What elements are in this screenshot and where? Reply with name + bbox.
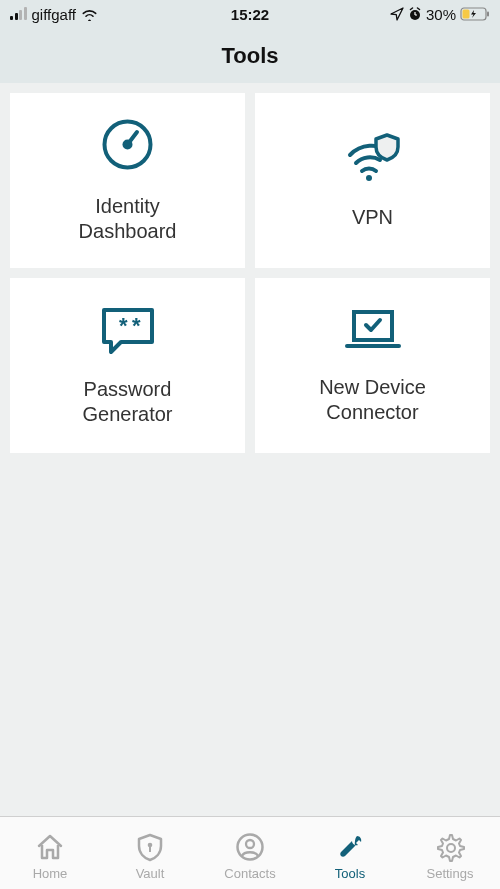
laptop-check-icon bbox=[342, 307, 404, 357]
carrier-label: giffgaff bbox=[32, 6, 77, 23]
svg-rect-7 bbox=[463, 10, 470, 19]
status-time: 15:22 bbox=[231, 6, 269, 23]
battery-icon bbox=[460, 7, 490, 21]
alarm-icon bbox=[408, 7, 422, 21]
svg-line-10 bbox=[128, 132, 138, 145]
tab-label: Home bbox=[33, 866, 68, 881]
gear-icon bbox=[434, 830, 466, 864]
tile-vpn[interactable]: VPN bbox=[255, 93, 490, 268]
home-icon bbox=[34, 830, 66, 864]
page-title: Tools bbox=[221, 43, 278, 69]
wifi-icon bbox=[81, 8, 98, 21]
wifi-shield-icon bbox=[342, 131, 404, 187]
tile-identity-dashboard[interactable]: Identity Dashboard bbox=[10, 93, 245, 268]
tab-home[interactable]: Home bbox=[0, 830, 100, 881]
contacts-icon bbox=[234, 830, 266, 864]
status-left: giffgaff bbox=[10, 6, 98, 23]
status-bar: giffgaff 15:22 30% bbox=[0, 0, 500, 28]
tab-tools[interactable]: Tools bbox=[300, 830, 400, 881]
tab-label: Settings bbox=[427, 866, 474, 881]
tile-password-generator[interactable]: * * Password Generator bbox=[10, 278, 245, 453]
svg-line-3 bbox=[410, 8, 412, 10]
svg-point-20 bbox=[447, 844, 455, 852]
tab-contacts[interactable]: Contacts bbox=[200, 830, 300, 881]
tile-label: Identity Dashboard bbox=[79, 194, 177, 244]
password-bubble-icon: * * bbox=[99, 305, 157, 359]
svg-point-11 bbox=[366, 175, 372, 181]
gauge-icon bbox=[100, 117, 155, 176]
tile-label: New Device Connector bbox=[319, 375, 426, 425]
tab-label: Contacts bbox=[224, 866, 275, 881]
cellular-signal-icon bbox=[10, 8, 27, 20]
svg-line-4 bbox=[417, 8, 419, 10]
tab-bar: Home Vault Contacts Tools bbox=[0, 816, 500, 889]
battery-percent: 30% bbox=[426, 6, 456, 23]
page-header: Tools bbox=[0, 28, 500, 83]
wrench-icon bbox=[334, 830, 366, 864]
tools-grid: Identity Dashboard VPN * * Password Gene… bbox=[0, 83, 500, 463]
tile-new-device-connector[interactable]: New Device Connector bbox=[255, 278, 490, 453]
shield-keyhole-icon bbox=[134, 830, 166, 864]
tab-label: Tools bbox=[335, 866, 365, 881]
tab-vault[interactable]: Vault bbox=[100, 830, 200, 881]
tile-label: VPN bbox=[352, 205, 393, 230]
svg-text:*: * bbox=[132, 313, 141, 338]
tab-settings[interactable]: Settings bbox=[400, 830, 500, 881]
status-right: 30% bbox=[390, 6, 490, 23]
tile-label: Password Generator bbox=[82, 377, 172, 427]
svg-point-19 bbox=[246, 840, 254, 848]
svg-rect-6 bbox=[487, 12, 489, 17]
location-icon bbox=[390, 7, 404, 21]
tab-label: Vault bbox=[136, 866, 165, 881]
svg-text:*: * bbox=[119, 313, 128, 338]
svg-rect-17 bbox=[149, 846, 151, 852]
